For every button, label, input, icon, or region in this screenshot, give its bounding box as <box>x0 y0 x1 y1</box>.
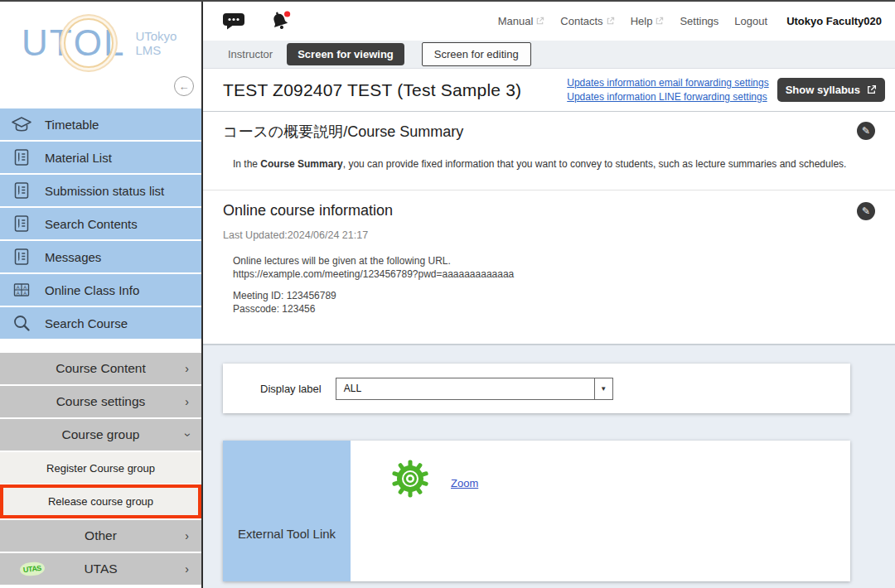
sidebar-item-online-class-info[interactable]: Online Class Info <box>0 274 201 306</box>
edit-summary-button[interactable]: ✎ <box>857 122 875 140</box>
display-label-text: Display label <box>260 383 322 395</box>
sidebar-item-label: Search Contents <box>45 217 138 231</box>
sidebar-group-utas[interactable]: UTAS UTAS › <box>0 553 201 585</box>
messages-bubble-icon[interactable] <box>221 11 246 32</box>
course-header: TEST Z092407 TEST (Test Sample 3) Update… <box>203 69 895 112</box>
zoom-tool-link[interactable]: Zoom <box>451 477 478 489</box>
utol-logo[interactable]: UTOL UTokyoLMS <box>22 25 177 61</box>
sidebar-collapse-button[interactable]: ← <box>174 76 194 96</box>
sidebar-subitem-label: Release course group <box>48 495 153 508</box>
chevron-down-icon: › <box>182 433 196 437</box>
graduation-cap-icon <box>11 114 32 134</box>
logout-link[interactable]: Logout <box>734 15 767 27</box>
role-tab-bar: Instructor Screen for viewing Screen for… <box>203 41 895 69</box>
chevron-right-icon: › <box>185 529 189 542</box>
course-summary-description: In the Course Summary, you can provide f… <box>233 158 875 170</box>
display-label-select[interactable]: ALL ▼ <box>336 378 613 400</box>
main-content: Manual Contacts Help Settings Logout Uto… <box>203 2 895 588</box>
sidebar-item-submission-status-list[interactable]: Submission status list <box>0 175 201 206</box>
sidebar-item-label: Timetable <box>45 118 99 132</box>
back-arrow-icon: ← <box>179 80 190 93</box>
show-syllabus-button[interactable]: Show syllabus <box>777 78 885 102</box>
logo-area: UTOL UTokyoLMS ← <box>0 2 201 108</box>
external-tool-link-body: Zoom <box>351 441 850 581</box>
current-user-name: Utokyo Faculty020 <box>786 15 882 27</box>
sidebar-item-label: Online Class Info <box>45 283 139 297</box>
course-summary-heading: コースの概要説明/Course Summary <box>223 122 875 142</box>
help-link[interactable]: Help <box>631 15 665 27</box>
notifications-bell-icon[interactable] <box>268 9 293 34</box>
external-link-icon <box>535 17 544 26</box>
screen-for-viewing-tab[interactable]: Screen for viewing <box>287 43 404 65</box>
sidebar-group-other[interactable]: Other › <box>0 520 201 552</box>
sidebar-item-release-course-group[interactable]: Release course group <box>0 484 201 518</box>
sidebar-group-label: Course settings <box>56 394 146 409</box>
sidebar-item-search-course[interactable]: Search Course <box>0 307 201 339</box>
pencil-icon: ✎ <box>862 125 870 137</box>
online-course-section: Online course information ✎ Last Updated… <box>203 190 895 345</box>
top-nav: Manual Contacts Help Settings Logout Uto… <box>498 15 882 27</box>
email-forwarding-settings-link[interactable]: Updates information email forwarding set… <box>567 77 768 89</box>
sidebar-subitem-label: Register Course group <box>46 462 155 475</box>
online-course-heading: Online course information <box>223 202 875 219</box>
spacer <box>233 281 875 289</box>
course-title: TEST Z092407 TEST (Test Sample 3) <box>223 80 521 100</box>
document-icon <box>11 147 32 167</box>
zoom-tool-gear-icon[interactable] <box>390 459 430 499</box>
sidebar-item-timetable[interactable]: Timetable <box>0 108 201 140</box>
edit-online-course-button[interactable]: ✎ <box>857 202 875 220</box>
external-tool-link-panel: External Tool Link <box>223 441 351 581</box>
chevron-right-icon: › <box>185 395 189 408</box>
selected-option: ALL <box>344 383 361 394</box>
chevron-right-icon: › <box>185 362 189 375</box>
meeting-passcode: Passcode: 123456 <box>233 302 875 316</box>
content-list-area: Display label ALL ▼ External Tool Link Z… <box>203 345 895 588</box>
sidebar-item-label: Messages <box>45 250 101 264</box>
sidebar-item-register-course-group[interactable]: Register Course group <box>0 452 201 484</box>
contacts-link[interactable]: Contacts <box>560 15 614 27</box>
sidebar-group-label: Course Content <box>56 361 146 376</box>
line-forwarding-settings-link[interactable]: Updates information LINE forwarding sett… <box>567 91 768 103</box>
sidebar-item-label: Search Course <box>45 316 128 330</box>
dropdown-arrow-icon[interactable]: ▼ <box>594 378 612 399</box>
role-label: Instructor <box>228 48 273 60</box>
sidebar-group-label: Course group <box>62 427 140 442</box>
top-bar: Manual Contacts Help Settings Logout Uto… <box>203 2 895 41</box>
online-course-line: Online lectures will be given at the fol… <box>233 254 875 267</box>
sidebar-group-course-settings[interactable]: Course settings › <box>0 386 201 417</box>
pencil-icon: ✎ <box>862 205 870 217</box>
sidebar-group-label: Other <box>85 528 117 543</box>
sidebar: UTOL UTokyoLMS ← Timetable Material List… <box>0 2 203 588</box>
logo-subtitle: UTokyoLMS <box>135 29 177 58</box>
external-tool-link-label: External Tool Link <box>223 527 351 541</box>
logo-text: UTOL <box>22 25 125 61</box>
course-summary-section: コースの概要説明/Course Summary ✎ In the Course … <box>203 112 895 190</box>
sidebar-group-course-content[interactable]: Course Content › <box>0 353 201 384</box>
document-icon <box>11 214 32 234</box>
settings-link[interactable]: Settings <box>680 15 718 27</box>
manual-link[interactable]: Manual <box>498 15 545 27</box>
sidebar-group-course-group[interactable]: Course group › <box>0 419 201 451</box>
logo-o-ring: O <box>74 25 104 61</box>
sidebar-item-material-list[interactable]: Material List <box>0 142 201 173</box>
sidebar-item-messages[interactable]: Messages <box>0 241 201 272</box>
screen-for-editing-tab[interactable]: Screen for editing <box>422 42 531 66</box>
display-label-filter-card: Display label ALL ▼ <box>223 364 850 413</box>
sidebar-item-label: Submission status list <box>45 184 164 198</box>
sidebar-gap <box>0 340 201 353</box>
last-updated-text: Last Updated:2024/06/24 21:17 <box>223 229 875 241</box>
course-header-actions: Updates information email forwarding set… <box>567 77 885 103</box>
search-icon <box>11 313 32 333</box>
utol-lms-page: UTOL UTokyoLMS ← Timetable Material List… <box>0 0 895 588</box>
sidebar-item-label: Material List <box>45 151 112 165</box>
meeting-url: https://example.com/meeting/123456789?pw… <box>233 267 875 281</box>
external-link-icon <box>606 17 615 26</box>
external-link-icon <box>655 17 664 26</box>
document-icon <box>11 181 32 200</box>
online-class-icon <box>11 280 32 300</box>
chevron-right-icon: › <box>185 562 189 576</box>
sidebar-item-search-contents[interactable]: Search Contents <box>0 208 201 239</box>
online-course-body: Online lectures will be given at the fol… <box>233 254 875 316</box>
meeting-id: Meeting ID: 123456789 <box>233 289 875 302</box>
utas-logo-icon: UTAS <box>19 561 45 576</box>
